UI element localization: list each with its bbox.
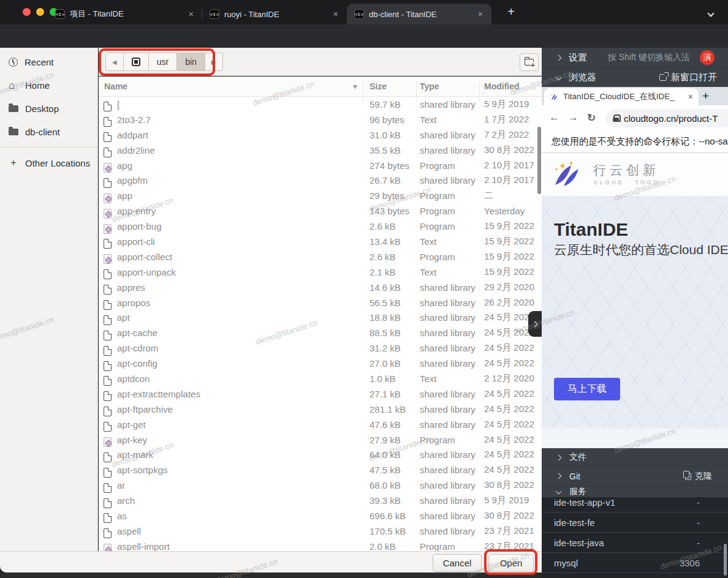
tab-close-icon[interactable]: × (188, 9, 195, 19)
file-row[interactable]: addr2line 35.5 kB shared library 30 8月 2… (99, 143, 542, 158)
tab-close-icon[interactable]: × (477, 9, 484, 19)
file-row[interactable]: aspell 170.5 kB shared library 23 7月 202… (99, 524, 542, 539)
file-row[interactable]: apt-get 47.6 kB shared library 24 5月 202… (99, 417, 542, 432)
embedded-new-tab-button[interactable]: + (702, 89, 709, 103)
file-row[interactable]: as 696.6 kB shared library 30 8月 2022 (99, 508, 542, 524)
sidebar-item[interactable]: Desktop (0, 97, 97, 120)
minimize-window-button[interactable] (36, 8, 44, 16)
file-name: [ (117, 99, 119, 110)
file-row[interactable]: apport-bug 2.6 kB Program 15 9月 2022 (99, 219, 542, 234)
file-row[interactable]: apt-config 27.0 kB shared library 24 5月 … (99, 356, 542, 371)
new-folder-button[interactable] (520, 53, 539, 71)
file-row[interactable]: apt-cdrom 31.2 kB shared library 24 5月 2… (99, 340, 542, 356)
file-row[interactable]: apport-unpack 2.1 kB Text 15 9月 2022 (99, 265, 542, 280)
close-window-button[interactable] (23, 8, 31, 16)
path-back-icon[interactable]: ◀ (105, 53, 124, 71)
file-row[interactable]: ar 68.0 kB shared library 30 8月 2022 (99, 478, 542, 493)
embedded-address-bar[interactable]: cloudtogo.cn/product-T (605, 109, 728, 127)
sidebar-item-other-locations[interactable]: + Other Locations (0, 151, 97, 175)
file-size: 31.2 kB (370, 343, 401, 353)
browser-tab[interactable]: <t> db-client - TitanIDE × (347, 4, 491, 24)
embedded-forward-icon[interactable]: → (568, 111, 578, 124)
file-size: 27.1 kB (370, 389, 401, 399)
file-row[interactable]: appres 14.6 kB shared library 29 2月 2020 (99, 280, 542, 295)
file-row[interactable]: aspell-import 2.0 kB Program 23 7月 2021 (99, 539, 542, 551)
file-type: Program (420, 206, 455, 216)
file-row[interactable]: apport-collect 2.6 kB Program 15 9月 2022 (99, 249, 542, 265)
column-header-name[interactable]: Name (104, 81, 127, 91)
service-row[interactable]: ide-test-java - (542, 533, 728, 553)
file-modified: Yesterday (484, 206, 525, 216)
panel-scrollbar[interactable] (724, 544, 727, 576)
file-type: shared library (420, 130, 476, 140)
browser-section-row[interactable]: 浏览器 新窗口打开 (542, 67, 728, 87)
embedded-reload-icon[interactable]: ↻ (587, 111, 596, 124)
settings-section-row[interactable]: 设置 按 Shift 键切换输入法 演 (542, 48, 728, 67)
hero-paragraph-2 (554, 327, 728, 380)
file-row[interactable]: apgbfm 26.7 kB shared library 2 10月 2017 (99, 173, 542, 188)
file-row[interactable]: apt 18.8 kB shared library 24 5月 2022 (99, 310, 542, 325)
tab-search-chevron-icon[interactable] (708, 7, 722, 18)
services-section-row[interactable]: 服务 (542, 485, 728, 497)
file-row[interactable]: apt-sortpkgs 47.5 kB shared library 24 5… (99, 462, 542, 478)
path-segment-bin[interactable]: bin (177, 53, 205, 71)
demo-badge[interactable]: 演 (700, 50, 715, 65)
path-forward-icon[interactable]: ▶ (205, 53, 223, 71)
embedded-tab[interactable]: TitanIDE_CloudIDE_在线IDE_ × (544, 88, 699, 105)
panel-collapse-handle[interactable] (528, 311, 542, 337)
titanide-favicon: <t> (354, 9, 364, 19)
service-row[interactable]: ide-test-fe - (542, 512, 728, 533)
file-row[interactable]: apt-extracttemplates 27.1 kB shared libr… (99, 386, 542, 402)
chevron-right-icon (556, 454, 562, 460)
new-tab-button[interactable]: + (504, 5, 518, 20)
embedded-back-icon[interactable]: ← (549, 111, 559, 124)
browser-tab[interactable]: <t> 项目 - TitanIDE × (48, 4, 202, 24)
file-row[interactable]: apg 274 bytes Program 2 10月 2017 (99, 158, 542, 173)
file-type: Program (420, 160, 455, 171)
file-name: apt-sortpkgs (117, 465, 168, 475)
file-row[interactable]: arch 39.3 kB shared library 5 9月 2019 (99, 493, 542, 508)
file-type: Program (420, 435, 455, 445)
file-row[interactable]: apt-ftparchive 281.1 kB shared library 2… (99, 402, 542, 417)
embedded-tab-close-icon[interactable]: × (688, 92, 693, 102)
browser-tab[interactable]: <t> ruoyi - TitanIDE × (202, 4, 347, 24)
browser-tab-bar: <t> 项目 - TitanIDE × <t> ruoyi - TitanIDE… (0, 0, 728, 24)
file-row[interactable]: app 29 bytes Program 二 (99, 188, 542, 203)
files-section-row[interactable]: 文件 (542, 448, 728, 467)
file-row[interactable]: 2to3-2.7 96 bytes Text 1 7月 2022 (99, 112, 542, 127)
download-now-button[interactable]: 马上下载 (554, 378, 620, 400)
file-list-scrollbar[interactable] (537, 127, 541, 194)
service-row[interactable]: mysql 3306 (542, 553, 728, 573)
file-name: apt-cdrom (117, 343, 159, 353)
file-row[interactable]: app-entry 143 bytes Program Yesterday (99, 203, 542, 219)
column-header-size[interactable]: Size (370, 81, 387, 91)
cancel-button[interactable]: Cancel (433, 554, 482, 572)
git-clone-button[interactable]: 克隆 (685, 471, 712, 482)
sidebar-item[interactable]: ⌂ Home (0, 73, 97, 97)
ide-right-panel: 设置 按 Shift 键切换输入法 演 浏览器 新窗口打开 TitanIDE_C… (542, 48, 728, 578)
file-name: apport-collect (117, 252, 172, 262)
file-row[interactable]: apt-cache 88.5 kB shared library 24 5月 2… (99, 325, 542, 340)
sidebar-item[interactable]: db-client (0, 120, 97, 143)
file-row[interactable]: apt-key 27.9 kB Program 24 5月 2022 (99, 432, 542, 448)
file-row[interactable]: apropos 56.5 kB shared library 26 2月 202… (99, 295, 542, 310)
file-row[interactable]: addpart 31.0 kB shared library 7 2月 2022 (99, 127, 542, 143)
file-row[interactable]: apport-cli 13.4 kB Text 15 9月 2022 (99, 234, 542, 249)
path-segment-usr[interactable]: usr (149, 53, 177, 71)
sidebar-item[interactable]: Recent (0, 50, 97, 73)
open-new-window-button[interactable]: 新窗口打开 (659, 72, 717, 83)
file-row[interactable]: [ 59.7 kB shared library 5 9月 2019 (99, 97, 542, 112)
ime-hint: 按 Shift 键切换输入法 (608, 52, 690, 63)
file-row[interactable]: aptdcon 1.0 kB Text 2 12月 2020 (99, 371, 542, 386)
open-button[interactable]: Open (488, 554, 534, 572)
new-folder-icon (525, 59, 534, 66)
column-header-modified[interactable]: Modified (484, 81, 520, 91)
file-size: 96 bytes (370, 114, 404, 125)
tab-close-icon[interactable]: × (332, 9, 339, 19)
filesystem-root-button[interactable] (124, 53, 149, 71)
file-size: 35.5 kB (370, 145, 401, 156)
git-section-row[interactable]: Git 克隆 (542, 467, 728, 485)
sidebar-item-label: Home (25, 80, 50, 91)
column-header-type[interactable]: Type (420, 81, 439, 91)
file-row[interactable]: apt-mark 64.0 kB shared library 24 5月 20… (99, 447, 542, 462)
